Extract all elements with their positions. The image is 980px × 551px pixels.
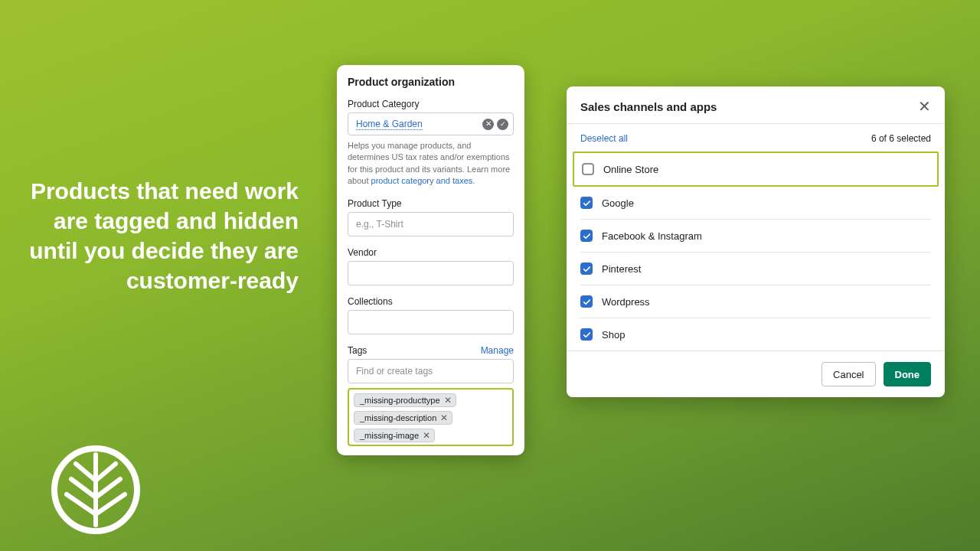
close-icon[interactable]: ✕ [918,99,931,114]
product-type-label: Product Type [348,198,514,209]
svg-line-5 [96,479,120,497]
collections-input[interactable] [348,310,514,334]
svg-line-3 [96,464,116,481]
channel-row[interactable]: Shop [580,318,931,350]
svg-line-4 [71,479,96,497]
remove-tag-icon[interactable]: ✕ [423,431,430,440]
cancel-button[interactable]: Cancel [822,362,875,386]
channel-label: Facebook & Instagram [602,230,702,242]
card-title: Product organization [348,76,514,88]
tag-label: _missing-description [360,413,436,422]
tag-label: _missing-image [360,431,419,440]
checkbox-checked-icon[interactable] [580,197,593,209]
clear-category-icon[interactable]: ✕ [482,119,494,130]
checkbox-checked-icon[interactable] [580,328,593,341]
manage-tags-link[interactable]: Manage [481,345,514,356]
brand-logo-icon [50,444,142,536]
channel-row[interactable]: Pinterest [580,253,931,285]
tags-highlight-box: _missing-producttype✕_missing-descriptio… [348,388,514,446]
selection-count: 6 of 6 selected [871,133,931,144]
help-link[interactable]: product category and taxes [371,176,473,185]
channel-row[interactable]: Google [580,187,931,220]
channel-label: Online Store [603,164,658,175]
channel-list: Online StoreGoogleFacebook & InstagramPi… [567,152,945,350]
confirm-category-icon[interactable]: ✓ [497,119,508,130]
vendor-label: Vendor [348,247,514,258]
headline-text: Products that need work are tagged and h… [23,176,299,295]
sales-channels-modal: Sales channels and apps ✕ Deselect all 6… [567,86,945,397]
product-category-label: Product Category [348,99,514,109]
tag-label: _missing-producttype [360,396,440,405]
channel-label: Shop [602,329,625,341]
category-help-text: Helps you manage products, and determine… [348,140,514,187]
tag-chip: _missing-description✕ [354,411,452,425]
channel-label: Wordpress [602,296,650,308]
product-organization-card: Product organization Product Category Ho… [337,65,524,455]
tags-label: Tags [348,345,367,356]
checkbox-checked-icon[interactable] [580,295,593,308]
tag-chip: _missing-image✕ [354,429,435,442]
deselect-all-link[interactable]: Deselect all [580,133,628,144]
checkbox-empty-icon[interactable] [582,163,594,175]
remove-tag-icon[interactable]: ✕ [440,413,448,422]
channel-row[interactable]: Facebook & Instagram [580,220,931,253]
product-category-link[interactable]: Home & Garden [356,119,423,130]
product-type-input[interactable] [348,212,514,236]
checkbox-checked-icon[interactable] [580,262,593,275]
collections-label: Collections [348,296,514,307]
tags-input[interactable] [348,359,514,383]
vendor-input[interactable] [348,261,514,285]
svg-line-2 [76,464,96,481]
channel-label: Pinterest [602,263,641,275]
svg-line-6 [67,494,96,514]
checkbox-checked-icon[interactable] [580,230,593,242]
product-category-input[interactable]: Home & Garden ✕ ✓ [348,112,514,135]
channel-row[interactable]: Online Store [573,152,939,187]
channel-row[interactable]: Wordpress [580,285,931,318]
modal-title: Sales channels and apps [580,100,717,113]
svg-line-7 [96,494,125,514]
remove-tag-icon[interactable]: ✕ [444,396,452,405]
marketing-slide: Products that need work are tagged and h… [0,0,980,551]
channel-label: Google [602,197,634,209]
tag-chip: _missing-producttype✕ [354,393,456,407]
done-button[interactable]: Done [884,362,932,386]
